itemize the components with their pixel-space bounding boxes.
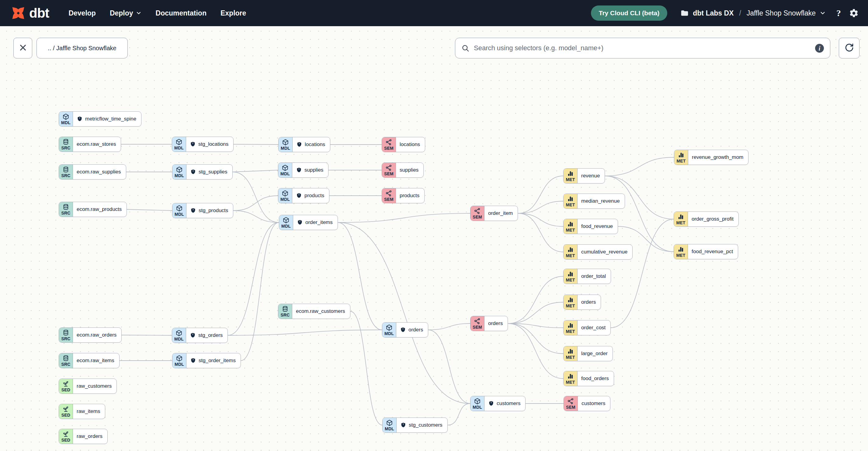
breadcrumb-label: .. / Jaffle Shop Snowflake [48,45,116,52]
menu-item-develop[interactable]: Develop [68,9,95,17]
graph-node-stg_customers[interactable]: MDLstg_customers [382,418,448,433]
graph-node-cumulative_revenue_met[interactable]: METcumulative_revenue [563,244,632,260]
graph-node-ecom_raw_stores[interactable]: SRCecom.raw_stores [59,137,121,152]
graph-node-raw_items_seed[interactable]: SEDraw_items [59,404,105,419]
node-type-label: MET [566,355,575,360]
graph-node-revenue_growth_mom_met[interactable]: METrevenue_growth_mom [674,150,748,165]
menu-item-deploy[interactable]: Deploy [110,9,142,17]
node-type-badge: MET [674,244,688,259]
node-type-label: MDL [280,197,290,202]
settings-gear-icon[interactable] [849,8,859,18]
node-label: locations [305,142,325,148]
search-input[interactable] [474,44,814,52]
graph-node-stg_supplies[interactable]: MDLstg_supplies [172,164,232,180]
node-label: ecom.raw_supplies [76,169,121,175]
graph-node-metricflow_time_spine[interactable]: MDLmetricflow_time_spine [59,111,142,127]
graph-node-order_item_sem[interactable]: SEMorder_item [470,206,518,221]
graph-node-products_sem[interactable]: SEMproducts [382,188,425,203]
graph-node-food_orders_met[interactable]: METfood_orders [563,371,614,386]
metric-bars-icon [567,196,574,202]
node-type-label: MDL [174,146,184,150]
menu-item-explore[interactable]: Explore [220,9,246,17]
graph-node-order_cost_met[interactable]: METorder_cost [563,320,611,335]
node-label: raw_items [76,409,100,415]
svg-text:i: i [819,45,820,52]
menu-item-documentation[interactable]: Documentation [156,9,207,17]
dbt-logo-icon[interactable] [10,5,26,21]
graph-node-orders_sem[interactable]: SEMorders [470,316,508,331]
graph-node-stg_order_items[interactable]: MDLstg_order_items [172,353,241,368]
source-database-icon [62,355,69,362]
graph-node-ecom_raw_supplies[interactable]: SRCecom.raw_supplies [59,164,126,180]
graph-node-orders_met[interactable]: METorders [563,295,601,310]
refresh-button[interactable] [839,38,860,58]
graph-node-food_revenue_pct_met[interactable]: METfood_revenue_pct [674,244,738,259]
graph-node-locations_mdl[interactable]: MDLlocations [278,137,330,152]
graph-node-median_revenue_met[interactable]: METmedian_revenue [563,193,625,209]
node-label: stg_orders [198,332,223,338]
shield-icon [190,141,196,147]
project-selector[interactable]: Jaffle Shop Snowflake [747,9,816,17]
node-type-label: MET [676,158,685,163]
graph-node-revenue_met[interactable]: METrevenue [563,168,605,183]
semantic-share-icon [385,139,392,146]
node-type-badge: SEM [382,188,396,203]
node-type-badge: SED [59,379,73,393]
node-label: stg_locations [198,141,228,147]
graph-node-locations_sem[interactable]: SEMlocations [382,137,425,152]
node-label: order_cost [581,325,606,331]
try-cloud-cli-button[interactable]: Try Cloud CLI (beta) [591,5,668,21]
node-type-badge: SED [59,404,73,419]
node-type-label: SEM [566,405,576,410]
graph-node-ecom_raw_items[interactable]: SRCecom.raw_items [59,353,120,368]
graph-node-ecom_raw_customers[interactable]: SRCecom.raw_customers [278,304,350,319]
shield-icon [190,208,196,214]
node-type-badge: MET [564,169,578,183]
model-cube-icon [474,398,481,405]
model-cube-icon [176,330,183,337]
breadcrumb[interactable]: .. / Jaffle Shop Snowflake [36,38,128,58]
node-label: stg_customers [409,422,442,428]
seed-sprout-icon [62,431,69,438]
chevron-down-icon[interactable] [819,10,826,17]
graph-node-customers_sem[interactable]: SEMcustomers [564,396,611,411]
node-layer: MDLmetricflow_time_spineSRCecom.raw_stor… [0,0,868,451]
project-breadcrumb: dbt Labs DX / Jaffle Shop Snowflake [680,8,826,18]
node-label: median_revenue [581,198,620,204]
node-type-badge: MET [564,321,578,335]
dbt-wordmark: dbt [29,5,49,21]
graph-node-large_order_met[interactable]: METlarge_order [563,346,613,361]
graph-node-raw_customers_seed[interactable]: SEDraw_customers [59,379,117,394]
graph-node-stg_products[interactable]: MDLstg_products [172,203,233,218]
graph-node-ecom_raw_products[interactable]: SRCecom.raw_products [59,202,127,217]
graph-node-stg_locations[interactable]: MDLstg_locations [172,137,234,152]
selector-search[interactable]: i [455,38,830,58]
graph-node-ecom_raw_orders[interactable]: SRCecom.raw_orders [59,327,122,343]
node-type-label: MDL [280,171,290,176]
graph-node-supplies_sem[interactable]: SEMsupplies [382,162,424,178]
graph-node-products_mdl[interactable]: MDLproducts [278,188,330,203]
node-label: ecom.raw_products [76,206,122,212]
graph-node-orders_mdl[interactable]: MDLorders [382,322,428,337]
graph-node-food_revenue_met[interactable]: METfood_revenue [563,219,618,234]
node-label: products [400,192,420,199]
info-icon[interactable]: i [814,43,825,53]
help-button[interactable]: ? [836,8,841,18]
node-type-label: MDL [175,173,184,178]
metric-bars-icon [567,170,574,177]
graph-node-customers_mdl[interactable]: MDLcustomers [470,396,526,411]
node-label: order_items [305,219,333,226]
node-type-label: SEM [473,214,482,219]
graph-node-order_items_mdl[interactable]: MDLorder_items [279,215,338,230]
graph-node-stg_orders[interactable]: MDLstg_orders [172,328,228,343]
graph-node-order_gross_profit_met[interactable]: METorder_gross_profit [674,211,739,227]
close-lineage-button[interactable] [13,38,32,58]
node-type-badge: MET [674,150,688,164]
metric-bars-icon [678,152,685,158]
graph-node-supplies_mdl[interactable]: MDLsupplies [278,162,329,178]
graph-node-raw_orders_seed[interactable]: SEDraw_orders [59,429,108,444]
graph-node-order_total_met[interactable]: METorder_total [563,269,611,284]
lineage-canvas[interactable]: MDLmetricflow_time_spineSRCecom.raw_stor… [0,0,868,451]
node-type-label: SEM [384,197,394,202]
account-name[interactable]: dbt Labs DX [693,9,734,17]
